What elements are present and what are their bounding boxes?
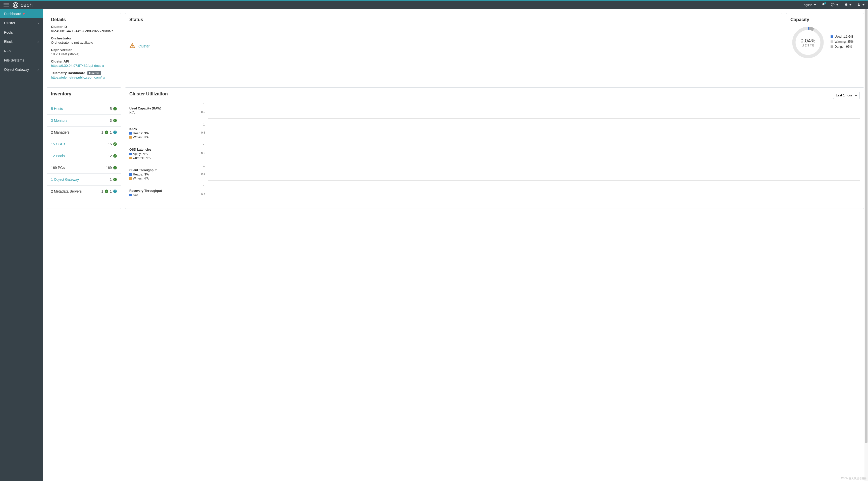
inventory-status: 5✓ bbox=[110, 107, 117, 111]
svg-point-0 bbox=[13, 2, 18, 7]
cluster-id-value: b6c450b1-4406-44f9-8ebd-e0277c8d8f7e bbox=[51, 29, 117, 33]
cluster-status-link[interactable]: Cluster bbox=[138, 44, 149, 48]
inventory-status: 1✓1i bbox=[101, 130, 117, 134]
topbar: ceph English bbox=[0, 1, 868, 9]
inventory-row: 5 Hosts5✓ bbox=[47, 103, 121, 115]
capacity-heading: Capacity bbox=[790, 17, 860, 22]
sidebar-item-pools[interactable]: Pools bbox=[0, 28, 43, 37]
sidebar-item-block[interactable]: Block› bbox=[0, 37, 43, 46]
external-link-icon: ⧉ bbox=[102, 64, 104, 67]
inventory-label[interactable]: 1 Object Gateway bbox=[51, 178, 79, 182]
gear-icon bbox=[844, 3, 848, 7]
util-chart: 10.5 bbox=[200, 163, 860, 182]
brand[interactable]: ceph bbox=[12, 2, 33, 8]
swatch-icon bbox=[831, 45, 833, 48]
settings-dropdown[interactable] bbox=[844, 3, 851, 7]
plot-area bbox=[208, 103, 860, 119]
legend-label: Danger: 95% bbox=[835, 45, 852, 49]
sidebar-item-cluster[interactable]: Cluster› bbox=[0, 18, 43, 28]
inventory-status: 3✓ bbox=[110, 119, 117, 123]
swatch-icon bbox=[129, 136, 132, 138]
swatch-icon bbox=[129, 177, 132, 180]
time-range-select[interactable]: Last 1 hour bbox=[833, 92, 860, 99]
count: 1 bbox=[101, 189, 103, 193]
api-link[interactable]: https://9.30.94.97:57482/api-docs⧉ bbox=[51, 64, 104, 67]
util-chart: 10.5 bbox=[200, 122, 860, 141]
count: 15 bbox=[108, 142, 112, 146]
swatch-icon bbox=[129, 153, 132, 155]
notifications-button[interactable] bbox=[822, 3, 825, 7]
count: 1 bbox=[110, 178, 112, 182]
user-icon bbox=[857, 3, 861, 7]
util-row: Client ThroughputReads: N/AWrites: N/A10… bbox=[129, 163, 860, 182]
check-circle-icon: ✓ bbox=[113, 142, 117, 146]
check-circle-icon: ✓ bbox=[113, 178, 117, 181]
telemetry-label: Telemetry Dashboard Inactive bbox=[51, 71, 117, 75]
inventory-heading: Inventory bbox=[51, 91, 117, 97]
count: 12 bbox=[108, 154, 112, 158]
status-card: Status Cluster bbox=[125, 13, 782, 83]
svg-point-4 bbox=[858, 3, 860, 4]
inventory-label[interactable]: 15 OSDs bbox=[51, 142, 65, 146]
scrollbar[interactable] bbox=[865, 9, 868, 481]
util-sub-label: Writes: N/A bbox=[133, 135, 149, 139]
inventory-label[interactable]: 3 Monitors bbox=[51, 119, 67, 123]
svg-point-6 bbox=[132, 46, 133, 47]
brand-text: ceph bbox=[21, 2, 33, 8]
telemetry-link[interactable]: https://telemetry-public.ceph.com/⧉ bbox=[51, 75, 105, 79]
svg-rect-5 bbox=[132, 45, 133, 46]
count: 1 bbox=[110, 130, 112, 134]
count: 1 bbox=[101, 130, 103, 134]
status-heading: Status bbox=[129, 17, 778, 22]
capacity-total: of 2.9 TiB bbox=[802, 44, 814, 47]
inventory-label: 2 Metadata Servers bbox=[51, 189, 82, 193]
util-row: IOPSReads: N/AWrites: N/A10.5 bbox=[129, 122, 860, 141]
language-dropdown[interactable]: English bbox=[801, 3, 816, 7]
inventory-status: 1✓1i bbox=[101, 189, 117, 193]
sidebar-item-nfs[interactable]: NFS bbox=[0, 46, 43, 56]
sidebar-item-dashboard[interactable]: Dashboard♥ bbox=[0, 9, 43, 18]
external-link-icon: ⧉ bbox=[103, 76, 105, 79]
swatch-icon bbox=[129, 132, 132, 134]
util-sub: Reads: N/A bbox=[129, 173, 200, 176]
util-sub-label: Writes: N/A bbox=[133, 177, 149, 180]
util-sub: N/A bbox=[129, 111, 200, 115]
sidebar-item-file-systems[interactable]: File Systems bbox=[0, 56, 43, 65]
scrollbar-thumb[interactable] bbox=[865, 9, 868, 443]
util-sub-label: N/A bbox=[133, 193, 138, 197]
user-dropdown[interactable] bbox=[857, 3, 865, 7]
count: 169 bbox=[106, 166, 112, 170]
util-title: OSD Latencies bbox=[129, 148, 200, 151]
watermark: CSDN @大風起兮飛揚 bbox=[841, 477, 867, 480]
notification-dot bbox=[824, 2, 826, 4]
plot-area bbox=[208, 145, 860, 160]
inventory-label[interactable]: 5 Hosts bbox=[51, 107, 63, 111]
swatch-icon bbox=[129, 173, 132, 176]
util-chart: 10.5 bbox=[200, 184, 860, 202]
sidebar-item-object-gateway[interactable]: Object Gateway› bbox=[0, 65, 43, 74]
inventory-status: 15✓ bbox=[108, 142, 117, 146]
chevron-right-icon: › bbox=[37, 21, 39, 25]
details-heading: Details bbox=[51, 17, 117, 22]
sidebar: Dashboard♥Cluster›PoolsBlock›NFSFile Sys… bbox=[0, 9, 43, 481]
info-circle-icon: i bbox=[113, 131, 117, 134]
warning-icon bbox=[129, 42, 135, 50]
version-label: Ceph version bbox=[51, 48, 117, 52]
capacity-percent: 0.04% bbox=[800, 38, 815, 44]
plot-area bbox=[208, 186, 860, 201]
inventory-label[interactable]: 12 Pools bbox=[51, 154, 65, 158]
inventory-row: 2 Managers1✓1i bbox=[47, 126, 121, 138]
chevron-down-icon bbox=[849, 4, 851, 5]
check-circle-icon: ✓ bbox=[113, 166, 117, 169]
language-label: English bbox=[801, 3, 812, 7]
inventory-card: Inventory 5 Hosts5✓3 Monitors3✓2 Manager… bbox=[47, 87, 121, 209]
inventory-list: 5 Hosts5✓3 Monitors3✓2 Managers1✓1i15 OS… bbox=[47, 103, 121, 197]
util-title: IOPS bbox=[129, 127, 200, 131]
hamburger-icon[interactable] bbox=[3, 3, 9, 7]
cluster-id-label: Cluster ID bbox=[51, 25, 117, 29]
inventory-label: 169 PGs bbox=[51, 166, 65, 170]
info-circle-icon: i bbox=[113, 190, 117, 193]
count: 5 bbox=[110, 107, 112, 111]
help-dropdown[interactable] bbox=[831, 3, 838, 7]
util-sub-label: Reads: N/A bbox=[133, 132, 149, 135]
